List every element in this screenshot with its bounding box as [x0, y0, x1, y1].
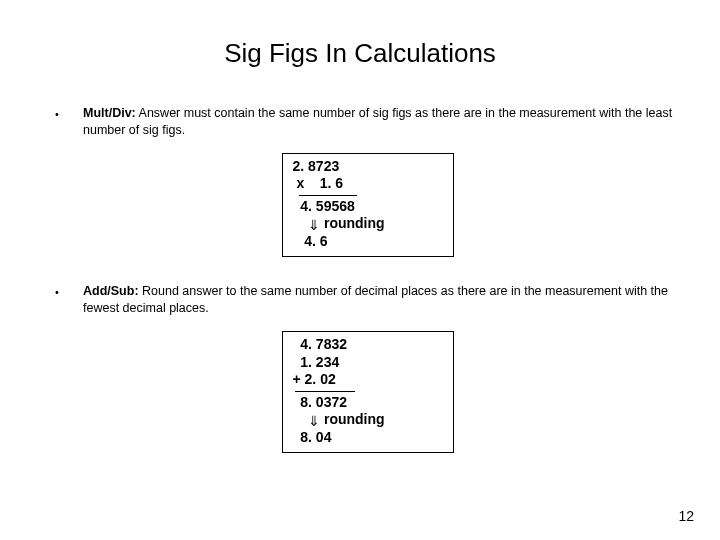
- bullet-list: • Mult/Div: Answer must contain the same…: [55, 105, 680, 453]
- page-number: 12: [678, 508, 694, 524]
- calc-box-addsub: 4. 7832 1. 234 + 2. 02 8. 0372 ⇓ roundin…: [282, 331, 454, 453]
- calc2-line1: 4. 7832: [293, 336, 443, 354]
- calc2-line4: 8. 0372: [293, 394, 443, 412]
- bullet-multdiv-text: Answer must contain the same number of s…: [83, 106, 672, 137]
- down-arrow-icon: ⇓: [308, 217, 320, 235]
- calc2-rule1: [295, 391, 355, 392]
- down-arrow-icon: ⇓: [308, 413, 320, 431]
- calc-box-multdiv: 2. 8723 x 1. 6 4. 59568 ⇓ rounding 4. 6: [282, 153, 454, 258]
- calc2-rounding-label: rounding: [320, 411, 385, 427]
- calc1-line3: 4. 59568: [293, 198, 443, 216]
- bullet-multdiv-body: Mult/Div: Answer must contain the same n…: [83, 105, 680, 139]
- slide-title: Sig Figs In Calculations: [0, 38, 720, 69]
- calc1-arrow-line: ⇓ rounding: [293, 215, 443, 233]
- bullet-addsub: • Add/Sub: Round answer to the same numb…: [55, 283, 680, 317]
- calc1-rule1: [299, 195, 357, 196]
- calc1-rounding-label: rounding: [320, 215, 385, 231]
- calc1-line5: 4. 6: [293, 233, 443, 251]
- bullet-multdiv: • Mult/Div: Answer must contain the same…: [55, 105, 680, 139]
- bullet-addsub-body: Add/Sub: Round answer to the same number…: [83, 283, 680, 317]
- calc2-line2: 1. 234: [293, 354, 443, 372]
- calc2-line3: + 2. 02: [293, 371, 443, 389]
- calc2-line6: 8. 04: [293, 429, 443, 447]
- bullet-multdiv-label: Mult/Div:: [83, 106, 136, 120]
- calc1-line1: 2. 8723: [293, 158, 443, 176]
- bullet-addsub-text: Round answer to the same number of decim…: [83, 284, 668, 315]
- bullet-addsub-label: Add/Sub:: [83, 284, 139, 298]
- calc2-arrow-line: ⇓ rounding: [293, 411, 443, 429]
- bullet-dot-icon: •: [55, 105, 83, 139]
- bullet-dot-icon: •: [55, 283, 83, 317]
- calc1-line2: x 1. 6: [293, 175, 443, 193]
